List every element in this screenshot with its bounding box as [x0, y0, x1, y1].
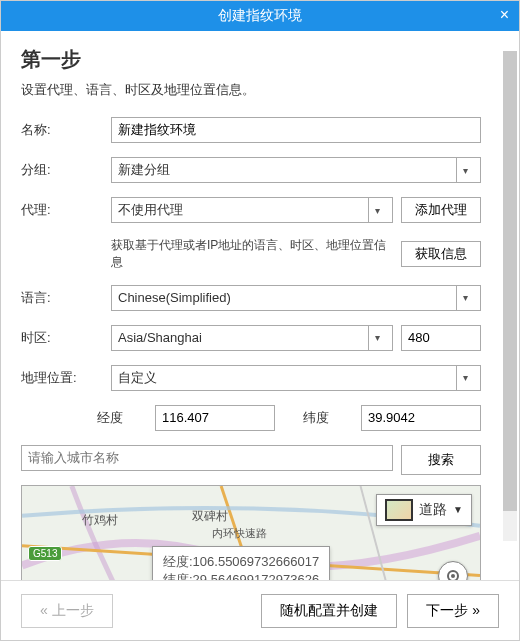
label-lang: 语言: [21, 289, 111, 307]
tz-offset-input[interactable] [401, 325, 481, 351]
timezone-select[interactable]: Asia/Shanghai ▾ [111, 325, 393, 351]
highway-badge: G513 [28, 546, 62, 561]
chevron-down-icon: ▾ [456, 286, 474, 310]
longitude-input[interactable] [155, 405, 275, 431]
proxy-select[interactable]: 不使用代理 ▾ [111, 197, 393, 223]
group-value: 新建分组 [118, 161, 170, 179]
prev-button[interactable]: « 上一步 [21, 594, 113, 628]
add-proxy-button[interactable]: 添加代理 [401, 197, 481, 223]
step-title: 第一步 [21, 46, 499, 73]
tooltip-lng: 经度:106.55069732666017 [163, 553, 319, 571]
label-lng: 经度 [97, 409, 147, 427]
label-tz: 时区: [21, 329, 111, 347]
label-lat: 纬度 [303, 409, 353, 427]
language-value: Chinese(Simplified) [118, 290, 231, 305]
geo-value: 自定义 [118, 369, 157, 387]
name-input[interactable] [111, 117, 481, 143]
timezone-value: Asia/Shanghai [118, 330, 202, 345]
label-proxy: 代理: [21, 201, 111, 219]
map-view[interactable]: 竹鸡村 双碑村 内环快速路 牵牛涧 小岩石 蜗螺湾 瓦房子 屋基墁 渝中区 G5… [21, 485, 481, 580]
latitude-input[interactable] [361, 405, 481, 431]
get-info-button[interactable]: 获取信息 [401, 241, 481, 267]
map-place: 竹鸡村 [82, 512, 118, 529]
tooltip-lat: 纬度:29.564699172973626 [163, 571, 319, 580]
layer-label: 道路 [419, 501, 447, 519]
chevron-down-icon: ▾ [368, 198, 386, 222]
map-place: 内环快速路 [212, 526, 267, 541]
chevron-down-icon: ▾ [456, 158, 474, 182]
close-icon[interactable]: × [500, 6, 509, 24]
locate-icon [445, 568, 461, 580]
modal-window: 创建指纹环境 × 第一步 设置代理、语言、时区及地理位置信息。 名称: 分组: … [0, 0, 520, 641]
label-group: 分组: [21, 161, 111, 179]
modal-title: 创建指纹环境 [218, 7, 302, 25]
layer-thumb-icon [385, 499, 413, 521]
language-select[interactable]: Chinese(Simplified) ▾ [111, 285, 481, 311]
city-search-input[interactable] [21, 445, 393, 471]
geo-select[interactable]: 自定义 ▾ [111, 365, 481, 391]
svg-point-2 [451, 574, 455, 578]
modal-footer: « 上一步 随机配置并创建 下一步 » [1, 580, 519, 640]
map-place: 双碑村 [192, 508, 228, 525]
modal-content: 第一步 设置代理、语言、时区及地理位置信息。 名称: 分组: 新建分组 ▾ 代理… [1, 31, 519, 580]
chevron-down-icon: ▾ [368, 326, 386, 350]
chevron-down-icon: ▼ [453, 504, 463, 515]
scrollbar[interactable] [503, 51, 517, 541]
proxy-value: 不使用代理 [118, 201, 183, 219]
label-geo: 地理位置: [21, 369, 111, 387]
scrollbar-thumb[interactable] [503, 51, 517, 511]
label-name: 名称: [21, 121, 111, 139]
chevron-down-icon: ▾ [456, 366, 474, 390]
search-button[interactable]: 搜索 [401, 445, 481, 475]
step-subtitle: 设置代理、语言、时区及地理位置信息。 [21, 81, 499, 99]
map-tooltip: 经度:106.55069732666017 纬度:29.564699172973… [152, 546, 330, 580]
proxy-hint: 获取基于代理或者IP地址的语言、时区、地理位置信息 [111, 237, 393, 271]
map-layer-selector[interactable]: 道路 ▼ [376, 494, 472, 526]
modal-header: 创建指纹环境 × [1, 1, 519, 31]
random-create-button[interactable]: 随机配置并创建 [261, 594, 397, 628]
group-select[interactable]: 新建分组 ▾ [111, 157, 481, 183]
next-button[interactable]: 下一步 » [407, 594, 499, 628]
